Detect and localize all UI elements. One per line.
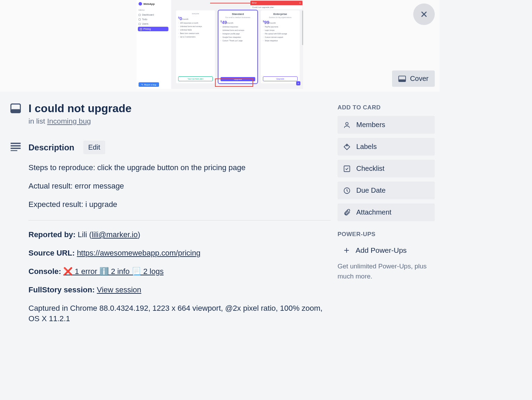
svg-rect-10 xyxy=(344,166,350,172)
desc-expected: Expected result: i upgrade xyxy=(28,199,331,210)
description-icon xyxy=(10,143,21,152)
user-icon xyxy=(343,121,351,129)
powerups-subtext: Get unlimited Power-Ups, plus much more. xyxy=(338,261,435,281)
due-date-label: Due Date xyxy=(356,186,386,194)
add-powerups-button[interactable]: Add Power-Ups xyxy=(338,243,435,258)
check-icon xyxy=(343,165,351,173)
svg-point-8 xyxy=(346,122,348,125)
labels-button[interactable]: Labels xyxy=(338,138,435,156)
description-heading: Description xyxy=(28,143,74,152)
cover-error-toast: Error× Could not upgrade plan. xyxy=(250,1,302,9)
tag-icon xyxy=(343,143,351,151)
plus-icon xyxy=(343,247,350,254)
source-url-link[interactable]: https://awesomewebapp.com/pricing xyxy=(77,249,200,257)
add-powerups-label: Add Power-Ups xyxy=(356,246,407,255)
card-title[interactable]: I could not upgrade xyxy=(28,102,132,115)
cover-button-label: Cover xyxy=(410,75,429,83)
list-link[interactable]: Incoming bug xyxy=(47,117,91,125)
desc-fullstory: FullStory session: View session xyxy=(28,285,331,295)
svg-rect-1 xyxy=(399,79,406,81)
annotation-highlight xyxy=(215,78,253,87)
fullstory-link[interactable]: View session xyxy=(97,285,141,294)
svg-rect-4 xyxy=(11,143,21,144)
reporter-email-link[interactable]: lili@marker.io xyxy=(92,230,138,239)
desc-source-url: Source URL: https://awesomewebapp.com/pr… xyxy=(28,248,331,259)
attachment-label: Attachment xyxy=(356,208,391,216)
edit-description-button[interactable]: Edit xyxy=(83,141,105,154)
cover-button[interactable]: Cover xyxy=(392,70,435,87)
close-button[interactable] xyxy=(413,3,435,25)
cover-area: WebApp MENU Dashboard Todo Users Pricing… xyxy=(0,0,440,92)
description-body[interactable]: Steps to reproduce: click the upgrade bu… xyxy=(10,162,331,324)
members-button[interactable]: Members xyxy=(338,116,435,134)
labels-label: Labels xyxy=(356,143,377,151)
clip-icon xyxy=(343,209,351,216)
svg-rect-3 xyxy=(11,109,20,113)
svg-point-9 xyxy=(347,145,348,146)
card-icon xyxy=(10,102,21,115)
cover-image[interactable]: WebApp MENU Dashboard Todo Users Pricing… xyxy=(136,0,303,89)
console-link[interactable]: ❌ 1 error ℹ️ 2 info 📃 2 logs xyxy=(63,267,164,276)
svg-rect-6 xyxy=(11,148,21,149)
clock-icon xyxy=(343,187,351,194)
desc-captured: Captured in Chrome 88.0.4324.192, 1223 x… xyxy=(28,303,331,325)
due-date-button[interactable]: Due Date xyxy=(338,182,435,199)
svg-rect-7 xyxy=(11,150,17,151)
cover-menu-label: MENU xyxy=(136,8,170,12)
svg-rect-5 xyxy=(11,145,21,147)
add-to-card-header: ADD TO CARD xyxy=(338,104,435,111)
close-icon xyxy=(420,10,428,18)
checklist-label: Checklist xyxy=(356,165,384,173)
checklist-button[interactable]: Checklist xyxy=(338,160,435,177)
divider xyxy=(28,220,331,220)
desc-steps: Steps to reproduce: click the upgrade bu… xyxy=(28,162,331,173)
members-label: Members xyxy=(356,121,385,129)
cover-icon xyxy=(398,76,406,82)
cover-app-name: WebApp xyxy=(143,2,155,6)
desc-actual: Actual result: error message xyxy=(28,181,331,192)
desc-reported-by: Reported by: Lili (lili@marker.io) xyxy=(28,230,331,240)
powerups-header: POWER-UPS xyxy=(338,231,435,238)
card-list-location: in list Incoming bug xyxy=(28,117,132,125)
desc-console: Console: ❌ 1 error ℹ️ 2 info 📃 2 logs xyxy=(28,266,331,277)
attachment-button[interactable]: Attachment xyxy=(338,203,435,221)
